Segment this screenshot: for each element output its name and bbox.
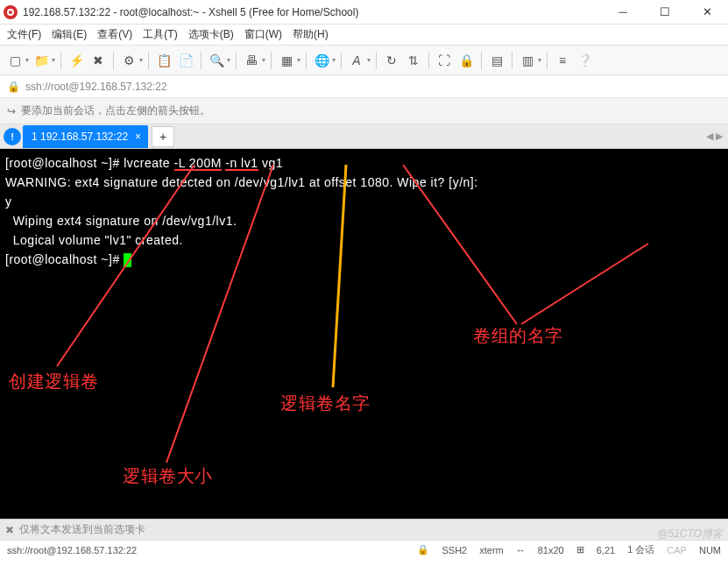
info-bar: ↪ 要添加当前会话，点击左侧的箭头按钮。 <box>0 98 728 124</box>
fullscreen-icon[interactable]: ⛶ <box>435 51 454 70</box>
svg-line-3 <box>166 165 273 463</box>
send-icon[interactable]: ✖ <box>5 524 14 536</box>
menu-bar: 文件(F) 编辑(E) 查看(V) 工具(T) 选项卡(B) 窗口(W) 帮助(… <box>0 25 728 46</box>
lock-small-icon: 🔒 <box>7 81 20 93</box>
maximize-button[interactable]: ☐ <box>653 4 677 21</box>
annotation-vgname: 卷组的名字 <box>473 322 563 349</box>
status-term: xterm <box>479 545 504 555</box>
menu-tools[interactable]: 工具(T) <box>143 27 177 42</box>
watermark: @51CTO博客 <box>657 527 723 541</box>
status-bar: ssh://root@192.168.57.132:22 🔒 SSH2 xter… <box>0 540 728 559</box>
new-session-icon[interactable]: ▢ <box>5 51 25 70</box>
tab-strip: ! 1 192.168.57.132:22 × + ◀ ▶ <box>0 124 728 149</box>
menu-view[interactable]: 查看(V) <box>97 27 132 42</box>
horizontal-split-icon[interactable]: ▤ <box>487 51 506 70</box>
window-controls: ─ ☐ ✕ <box>611 4 719 21</box>
cursor <box>124 253 131 267</box>
help-icon[interactable]: ❔ <box>575 51 594 70</box>
title-bar: 192.168.57.132:22 - root@localhost:~ - X… <box>0 0 728 25</box>
send-bar: ✖ 仅将文本发送到当前选项卡 <box>0 519 728 540</box>
cmd-vg: vg1 <box>262 156 283 170</box>
terminal[interactable]: [root@localhost ~]# lvcreate -L 200M -n … <box>0 149 728 519</box>
status-size: 81x20 <box>538 545 564 555</box>
menu-tab[interactable]: 选项卡(B) <box>188 27 234 42</box>
cmd-name: -n lv1 <box>225 157 258 171</box>
prompt2: [root@localhost ~]# <box>5 252 124 266</box>
color-icon[interactable]: ▦ <box>277 51 296 70</box>
menu-edit[interactable]: 编辑(E) <box>52 27 87 42</box>
copy-icon[interactable]: 📋 <box>154 51 173 70</box>
svg-line-4 <box>333 165 346 387</box>
script-icon[interactable]: ≡ <box>553 51 572 70</box>
cmd-lvcreate: lvcreate <box>124 156 173 170</box>
prompt1: [root@localhost ~]# <box>5 156 124 170</box>
annotation-overlay <box>0 149 728 519</box>
menu-help[interactable]: 帮助(H) <box>293 27 329 42</box>
status-url: ssh://root@192.168.57.132:22 <box>7 545 405 555</box>
menu-file[interactable]: 文件(F) <box>7 27 41 42</box>
svg-line-6 <box>521 244 648 324</box>
output-line2: WARNING: ext4 signature detected on /dev… <box>5 175 478 189</box>
open-folder-icon[interactable]: 📁 <box>32 51 51 70</box>
paste-icon[interactable]: 📄 <box>176 51 195 70</box>
session-indicator[interactable]: ! <box>4 128 21 145</box>
properties-icon[interactable]: ⚙ <box>119 51 138 70</box>
disconnect-icon[interactable]: ✖ <box>88 51 108 70</box>
close-button[interactable]: ✕ <box>695 4 719 21</box>
cmd-size: -L 200M <box>174 157 222 171</box>
status-pos-icon: ⊞ <box>576 544 584 555</box>
status-caps: CAP <box>667 545 687 555</box>
info-message: 要添加当前会话，点击左侧的箭头按钮。 <box>21 103 210 118</box>
find-icon[interactable]: 🔍 <box>207 51 226 70</box>
status-num: NUM <box>699 545 721 555</box>
minimize-button[interactable]: ─ <box>611 4 635 21</box>
arrow-icon[interactable]: ↪ <box>7 105 16 117</box>
toolbar: ▢▾ 📁▾ ⚡ ✖ ⚙▾ 📋 📄 🔍▾ 🖶▾ ▦▾ 🌐▾ A▾ ↻ ⇅ ⛶ 🔒 … <box>0 46 728 75</box>
address-url[interactable]: ssh://root@192.168.57.132:22 <box>25 81 167 93</box>
output-line5: Logical volume "lv1" created. <box>5 233 183 247</box>
status-pos: 6,21 <box>597 545 615 555</box>
reconnect-icon[interactable]: ⚡ <box>67 51 86 70</box>
tab-label: 1 192.168.57.132:22 <box>32 131 128 143</box>
status-size-icon: ↔ <box>516 545 526 555</box>
lock-icon[interactable]: 🔒 <box>456 51 476 70</box>
tab-add-button[interactable]: + <box>152 126 174 147</box>
annotation-create: 创建逻辑卷 <box>9 368 99 394</box>
window-title: 192.168.57.132:22 - root@localhost:~ - X… <box>23 6 611 18</box>
address-bar: 🔒 ssh://root@192.168.57.132:22 <box>0 75 728 98</box>
svg-point-1 <box>9 11 12 14</box>
send-text: 仅将文本发送到当前选项卡 <box>19 522 145 537</box>
print-icon[interactable]: 🖶 <box>242 51 261 70</box>
annotation-size: 逻辑卷大小 <box>123 463 213 489</box>
output-line4: Wiping ext4 signature on /dev/vg1/lv1. <box>5 214 237 228</box>
status-ssh-icon: 🔒 <box>417 544 429 555</box>
transfer-icon[interactable]: ⇅ <box>404 51 423 70</box>
font-icon[interactable]: A <box>347 51 366 70</box>
app-icon <box>4 5 18 19</box>
tab-nav-arrows[interactable]: ◀ ▶ <box>706 131 723 142</box>
annotation-lvname: 逻辑卷名字 <box>280 390 371 416</box>
status-ssh: SSH2 <box>442 545 467 555</box>
vertical-split-icon[interactable]: ▥ <box>518 51 537 70</box>
menu-window[interactable]: 窗口(W) <box>244 27 282 42</box>
refresh-icon[interactable]: ↻ <box>382 51 401 70</box>
tab-close-icon[interactable]: × <box>135 131 141 143</box>
tab-active[interactable]: 1 192.168.57.132:22 × <box>23 125 148 148</box>
status-sess: 1 会话 <box>627 543 654 556</box>
encoding-icon[interactable]: 🌐 <box>312 51 331 70</box>
output-line3: y <box>5 195 12 209</box>
